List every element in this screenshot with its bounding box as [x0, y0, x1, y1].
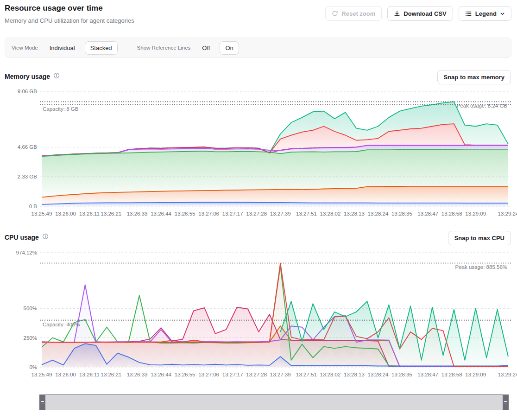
svg-text:13:28:02: 13:28:02 — [320, 211, 341, 216]
reference-lines-label: Show Reference Lines — [137, 45, 191, 51]
svg-text:4.66 GB: 4.66 GB — [18, 144, 38, 150]
svg-text:Peak usage: 8.24 GB: Peak usage: 8.24 GB — [457, 103, 508, 108]
svg-text:13:28:58: 13:28:58 — [441, 211, 462, 216]
svg-text:13:26:11: 13:26:11 — [79, 211, 100, 216]
reference-lines-off[interactable]: Off — [197, 42, 215, 54]
list-icon — [465, 10, 472, 17]
cpu-usage-chart[interactable]: 974.12%500%250%0%13:25:4913:26:0013:26:1… — [0, 246, 517, 385]
header-actions: Reset zoom Download CSV Legend — [325, 6, 511, 21]
svg-text:250%: 250% — [24, 335, 37, 341]
reset-zoom-button[interactable]: Reset zoom — [325, 6, 382, 21]
svg-text:13:27:06: 13:27:06 — [198, 372, 219, 377]
view-mode-stacked[interactable]: Stacked — [85, 41, 118, 55]
svg-text:13:28:35: 13:28:35 — [391, 211, 412, 216]
download-csv-button[interactable]: Download CSV — [387, 6, 453, 21]
svg-text:13:26:33: 13:26:33 — [127, 211, 148, 216]
svg-text:13:26:55: 13:26:55 — [175, 211, 195, 216]
svg-text:13:27:39: 13:27:39 — [270, 372, 291, 377]
svg-text:13:27:39: 13:27:39 — [270, 211, 291, 216]
svg-text:974.12%: 974.12% — [16, 250, 37, 255]
brush-handle-right[interactable] — [503, 395, 509, 410]
svg-text:Capacity: 8 GB: Capacity: 8 GB — [43, 106, 79, 112]
svg-text:0%: 0% — [29, 364, 37, 370]
svg-text:13:27:51: 13:27:51 — [296, 211, 317, 216]
svg-text:13:26:44: 13:26:44 — [151, 372, 171, 377]
svg-text:Peak usage: 885.56%: Peak usage: 885.56% — [455, 264, 507, 270]
svg-text:13:28:47: 13:28:47 — [417, 372, 438, 377]
svg-text:13:27:28: 13:27:28 — [246, 211, 267, 216]
info-icon[interactable] — [42, 233, 49, 242]
svg-text:13:29:09: 13:29:09 — [465, 372, 486, 377]
svg-text:500%: 500% — [24, 305, 37, 311]
chart-controls-toolbar: View Mode Individual Stacked Show Refere… — [5, 38, 511, 58]
svg-text:13:29:24: 13:29:24 — [498, 211, 517, 216]
reference-lines-on[interactable]: On — [220, 41, 239, 55]
reset-zoom-label: Reset zoom — [341, 10, 375, 17]
view-mode-label: View Mode — [12, 45, 38, 51]
svg-text:13:28:47: 13:28:47 — [417, 211, 438, 216]
info-icon[interactable] — [53, 72, 60, 81]
svg-text:13:28:58: 13:28:58 — [441, 372, 462, 377]
svg-text:0 B: 0 B — [29, 204, 38, 209]
page-subtitle: Memory and CPU utilization for agent cat… — [5, 17, 134, 24]
svg-text:13:26:11: 13:26:11 — [79, 372, 100, 377]
cpu-title: CPU usage — [5, 234, 39, 241]
download-icon — [394, 10, 400, 17]
view-mode-individual[interactable]: Individual — [44, 42, 80, 54]
legend-button[interactable]: Legend — [459, 6, 511, 21]
svg-text:13:26:33: 13:26:33 — [127, 372, 148, 377]
svg-text:13:26:00: 13:26:00 — [55, 211, 76, 216]
svg-text:Capacity: 400%: Capacity: 400% — [43, 322, 80, 327]
brush-handle-left[interactable] — [39, 395, 45, 410]
svg-text:13:29:24: 13:29:24 — [498, 372, 517, 377]
svg-text:13:28:24: 13:28:24 — [368, 372, 389, 377]
svg-text:13:27:28: 13:27:28 — [246, 372, 267, 377]
svg-text:13:26:55: 13:26:55 — [175, 372, 195, 377]
svg-text:13:27:17: 13:27:17 — [222, 211, 243, 216]
svg-text:13:26:21: 13:26:21 — [101, 211, 121, 216]
svg-text:13:27:51: 13:27:51 — [296, 372, 317, 377]
svg-text:13:25:49: 13:25:49 — [32, 211, 52, 216]
svg-text:13:26:44: 13:26:44 — [151, 211, 171, 216]
cpu-section-header: CPU usage — [5, 233, 49, 242]
svg-text:13:27:17: 13:27:17 — [222, 372, 243, 377]
legend-label: Legend — [475, 10, 497, 17]
memory-title: Memory usage — [5, 73, 50, 80]
page-title: Resource usage over time — [5, 4, 103, 13]
memory-usage-chart[interactable]: 9.06 GB4.66 GB2.33 GB0 B13:25:4913:26:00… — [0, 86, 517, 225]
snap-to-max-memory-button[interactable]: Snap to max memory — [437, 70, 511, 84]
svg-text:13:25:49: 13:25:49 — [32, 372, 52, 377]
svg-text:13:26:00: 13:26:00 — [55, 372, 76, 377]
svg-text:13:28:35: 13:28:35 — [391, 372, 412, 377]
memory-section-header: Memory usage — [5, 72, 60, 81]
svg-text:9.06 GB: 9.06 GB — [18, 89, 38, 94]
time-range-brush[interactable] — [39, 395, 508, 410]
svg-text:13:27:06: 13:27:06 — [198, 211, 219, 216]
svg-text:13:28:02: 13:28:02 — [320, 372, 341, 377]
svg-text:2.33 GB: 2.33 GB — [18, 174, 38, 179]
svg-text:13:29:09: 13:29:09 — [465, 211, 486, 216]
svg-text:13:28:24: 13:28:24 — [368, 211, 389, 216]
svg-text:13:28:13: 13:28:13 — [344, 211, 365, 216]
svg-text:13:26:21: 13:26:21 — [101, 372, 121, 377]
snap-to-max-cpu-button[interactable]: Snap to max CPU — [448, 231, 511, 245]
svg-text:13:28:13: 13:28:13 — [344, 372, 365, 377]
download-csv-label: Download CSV — [404, 10, 446, 17]
refresh-icon — [332, 10, 338, 17]
dashboard: Resource usage over time Memory and CPU … — [0, 0, 517, 420]
chevron-down-icon — [500, 11, 505, 16]
